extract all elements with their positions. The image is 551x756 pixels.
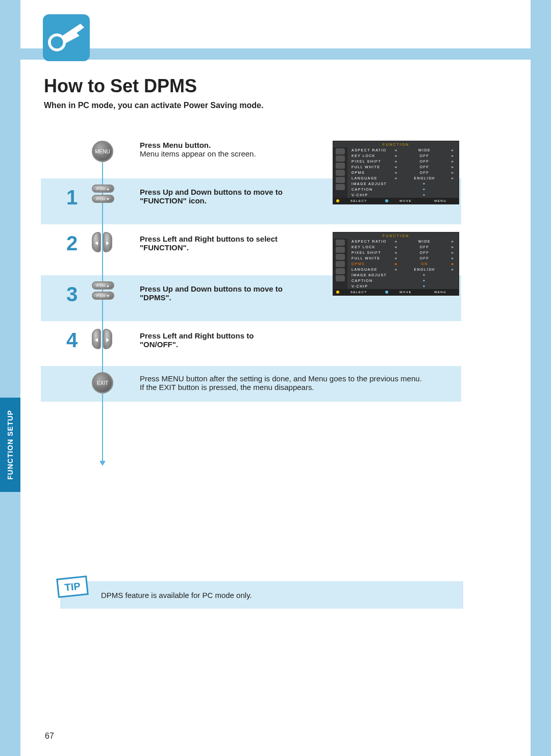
left-button-icon	[92, 232, 101, 252]
osd-row: LANGUAGE◄ENGLISH►	[347, 175, 456, 181]
step-1-text: Press Up and Down buttons to move to "FU…	[140, 188, 323, 205]
step-number-2: 2	[66, 232, 78, 255]
osd2-rows: ASPECT RATIO◄WIDE►KEY LOCK◄OFF►PIXEL SHI…	[347, 239, 459, 289]
osd-row: IMAGE ADJUST✦	[347, 181, 456, 187]
page-subtitle: When in PC mode, you can activate Power …	[44, 101, 263, 110]
pch-up-icon: P-CH ▲	[92, 185, 114, 193]
osd2-header: FUNCTION	[333, 232, 459, 239]
tip-row: TIP DPMS feature is available for PC mod…	[60, 581, 463, 609]
osd-row: KEY LOCK◄OFF►	[347, 244, 456, 250]
osd-row: FULL WHITE◄OFF►	[347, 255, 456, 261]
osd-row: ASPECT RATIO◄WIDE►	[347, 147, 456, 153]
osd-row: LANGUAGE◄ENGLISH►	[347, 267, 456, 272]
step-2-line1: Press Left and Right buttons to select	[140, 234, 323, 243]
step-exit-line2: If the EXIT button is pressed, the menu …	[140, 383, 456, 392]
header-wrench-icon	[43, 14, 90, 61]
right-button-icon-2	[103, 329, 112, 349]
step-1-line1: Press Up and Down buttons to move to	[140, 188, 323, 196]
step-exit-line1: Press MENU button after the setting is d…	[140, 374, 456, 383]
exit-button-icon: EXIT	[92, 372, 113, 394]
osd-row: IMAGE ADJUST✦	[347, 272, 456, 278]
osd-row: V-CHIP✦	[347, 192, 456, 198]
step-number-1: 1	[66, 186, 78, 209]
osd-row: ASPECT RATIO◄WIDE►	[347, 239, 456, 244]
left-button-icon-2	[92, 329, 101, 349]
step-2-line2: "FUNCTION".	[140, 243, 323, 252]
step-menu-bold: Press Menu button.	[140, 141, 323, 149]
step-1-line2: "FUNCTION" icon.	[140, 196, 323, 205]
page-body: How to Set DPMS When in PC mode, you can…	[20, 0, 531, 756]
step-exit-text: Press MENU button after the setting is d…	[140, 374, 456, 392]
pch-down-icon-2: P-CH ▼	[92, 292, 114, 300]
osd-screenshot-2: FUNCTION ASPECT RATIO◄WIDE►KEY LOCK◄OFF►…	[333, 232, 459, 296]
osd-row: KEY LOCK◄OFF►	[347, 153, 456, 159]
osd-row: V-CHIP✦	[347, 283, 456, 289]
step-4-text: Press Left and Right buttons to "ON/OFF"…	[140, 331, 323, 349]
tip-badge: TIP	[56, 576, 89, 598]
osd-row: CAPTION✦	[347, 278, 456, 283]
osd1-rows: ASPECT RATIO◄WIDE►KEY LOCK◄OFF►PIXEL SHI…	[347, 147, 459, 198]
step-3-line1: Press Up and Down buttons to move to	[140, 284, 323, 293]
step-menu-light: Menu items appear on the screen.	[140, 149, 323, 158]
page-number: 67	[45, 732, 54, 741]
step-4-line2: "ON/OFF".	[140, 340, 323, 349]
osd-row: PIXEL SHIFT◄OFF►	[347, 250, 456, 255]
step-number-3: 3	[66, 283, 78, 306]
osd-row: CAPTION✦	[347, 187, 456, 192]
right-button-icon	[103, 232, 112, 252]
osd2-side-icons	[333, 239, 347, 289]
pch-down-icon: P-CH ▼	[92, 195, 114, 203]
leftright-buttons-icon-2	[92, 329, 117, 351]
step-3-line2: "DPMS".	[140, 293, 323, 302]
osd-row: FULL WHITE◄OFF►	[347, 164, 456, 170]
osd-row: DPMS◄OFF►	[347, 170, 456, 175]
osd2-footer: SELECT MOVE MENU	[333, 289, 459, 295]
page-title: How to Set DPMS	[44, 75, 197, 97]
osd1-header: FUNCTION	[333, 141, 459, 147]
step-3-text: Press Up and Down buttons to move to "DP…	[140, 284, 323, 302]
header-band	[20, 48, 531, 60]
step-menu-text: Press Menu button. Menu items appear on …	[140, 141, 323, 158]
step-2-text: Press Left and Right buttons to select "…	[140, 234, 323, 252]
pch-up-icon-2: P-CH ▲	[92, 281, 114, 290]
osd-row: PIXEL SHIFT◄OFF►	[347, 159, 456, 164]
osd1-footer: SELECT MOVE MENU	[333, 198, 459, 204]
osd-row: DPMS◄ON►	[347, 261, 456, 267]
updown-buttons-icon: P-CH ▲ P-CH ▼	[92, 185, 116, 205]
side-tab-function-setup: FUNCTION SETUP	[0, 398, 20, 492]
leftright-buttons-icon	[92, 232, 117, 254]
osd1-side-icons	[333, 147, 347, 198]
step-number-4: 4	[66, 329, 78, 352]
updown-buttons-icon-2: P-CH ▲ P-CH ▼	[92, 281, 116, 302]
tip-text: DPMS feature is available for PC mode on…	[101, 591, 252, 599]
osd-screenshot-1: FUNCTION ASPECT RATIO◄WIDE►KEY LOCK◄OFF►…	[333, 141, 459, 204]
menu-button-icon: MENU	[92, 141, 113, 162]
step-4-line1: Press Left and Right buttons to	[140, 331, 323, 340]
